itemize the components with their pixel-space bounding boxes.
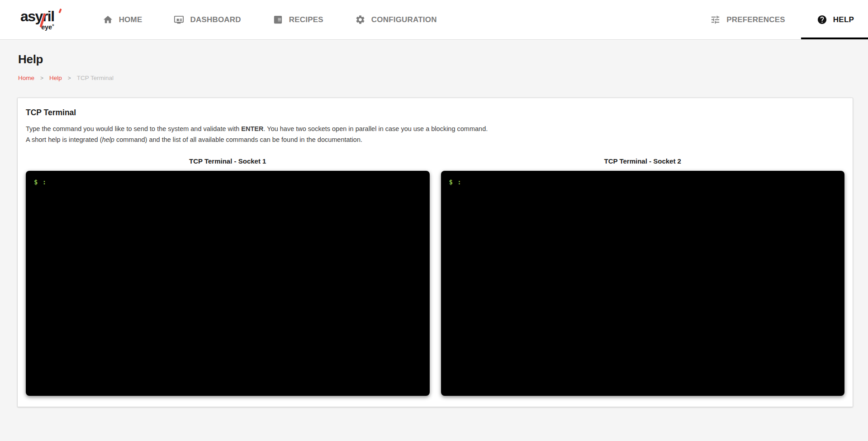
logo-red-accent [58, 9, 62, 14]
preferences-icon [710, 14, 721, 25]
card-description: Type the command you would like to send … [26, 124, 844, 145]
nav-label-recipes: RECIPES [289, 15, 323, 24]
top-navbar: asyril eye+ HOME DASHBOARD RECIPES CONFI… [0, 0, 868, 40]
nav-label-help: HELP [833, 15, 854, 24]
description-line-2: A short help is integrated (help command… [26, 135, 844, 145]
terminal-2-title: TCP Terminal - Socket 2 [441, 157, 845, 165]
page-title: Help [18, 52, 868, 66]
nav-label-dashboard: DASHBOARD [190, 15, 241, 24]
asyril-eye-logo[interactable]: asyril eye+ [20, 9, 54, 30]
nav-item-dashboard[interactable]: DASHBOARD [158, 0, 256, 39]
logo-wordmark: asyril [20, 9, 54, 23]
card-title: TCP Terminal [26, 108, 844, 117]
nav-item-home[interactable]: HOME [87, 0, 158, 39]
nav-item-recipes[interactable]: RECIPES [257, 0, 339, 39]
terminal-2-prompt: $ : [449, 178, 462, 186]
breadcrumb: Home > Help > TCP Terminal [18, 75, 868, 81]
secondary-nav: PREFERENCES HELP [694, 0, 868, 39]
nav-label-configuration: CONFIGURATION [371, 15, 437, 24]
breadcrumb-current-page: TCP Terminal [77, 75, 114, 81]
recipes-icon [273, 14, 283, 25]
main-nav: HOME DASHBOARD RECIPES CONFIGURATION [87, 0, 453, 39]
logo-product-name: eye+ [20, 23, 54, 30]
dashboard-icon [174, 14, 184, 25]
configuration-icon [355, 14, 365, 25]
help-icon [817, 14, 827, 25]
nav-label-preferences: PREFERENCES [726, 15, 785, 24]
breadcrumb-help-link[interactable]: Help [49, 75, 62, 81]
terminal-socket-2-block: TCP Terminal - Socket 2 $ : [441, 157, 845, 396]
breadcrumb-home-link[interactable]: Home [18, 75, 34, 81]
terminal-socket-1-block: TCP Terminal - Socket 1 $ : [26, 157, 430, 396]
tcp-terminal-card: TCP Terminal Type the command you would … [17, 98, 853, 407]
terminal-socket-1[interactable]: $ : [26, 171, 430, 396]
nav-item-help[interactable]: HELP [801, 0, 868, 39]
terminal-1-title: TCP Terminal - Socket 1 [26, 157, 430, 165]
nav-item-configuration[interactable]: CONFIGURATION [339, 0, 453, 39]
terminal-1-prompt: $ : [34, 178, 47, 186]
breadcrumb-separator: > [40, 75, 43, 81]
description-line-1: Type the command you would like to send … [26, 124, 844, 135]
home-icon [103, 14, 113, 25]
nav-item-preferences[interactable]: PREFERENCES [694, 0, 801, 39]
breadcrumb-separator: > [68, 75, 71, 81]
terminals-container: TCP Terminal - Socket 1 $ : TCP Terminal… [26, 157, 844, 396]
nav-label-home: HOME [119, 15, 142, 24]
terminal-socket-2[interactable]: $ : [441, 171, 845, 396]
